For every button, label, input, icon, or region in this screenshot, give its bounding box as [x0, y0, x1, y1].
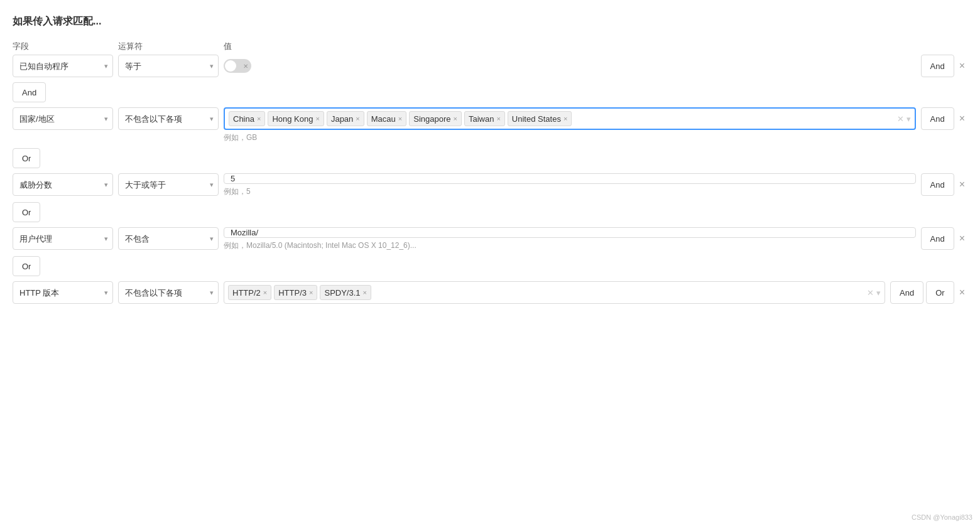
- op-select-wrapper-5: 不包含以下各项 包含以下各项: [118, 281, 219, 304]
- tag-taiwan: Taiwan ×: [464, 111, 505, 126]
- value-col-3: 例如，5: [224, 173, 916, 197]
- remove-button-4[interactable]: ×: [957, 227, 967, 250]
- tag-close-hongkong[interactable]: ×: [315, 115, 319, 122]
- and-button-2[interactable]: And: [921, 107, 954, 130]
- field-select-wrapper-1: 已知自动程序 国家/地区 威胁分数 用户代理 HTTP 版本: [13, 55, 113, 77]
- tag-macau: Macau ×: [367, 111, 406, 126]
- tag-input-icons-2: ✕ ▾: [897, 114, 911, 124]
- label-value: 值: [224, 41, 232, 52]
- op-select-5[interactable]: 不包含以下各项 包含以下各项: [118, 281, 219, 304]
- toggle-x-icon: ✕: [243, 63, 248, 70]
- or-label-2[interactable]: Or: [13, 148, 40, 168]
- controls-1: And ×: [921, 55, 967, 77]
- and-button-1[interactable]: And: [921, 55, 954, 77]
- remove-button-5[interactable]: ×: [957, 281, 967, 304]
- hint-3: 例如，5: [224, 186, 916, 197]
- value-col-1: ✕: [224, 55, 916, 77]
- tag-input-5[interactable]: HTTP/2 × HTTP/3 × SPDY/3.1 × ✕ ▾: [224, 281, 885, 304]
- op-select-1[interactable]: 等于 不等于: [118, 55, 219, 77]
- tag-http3: HTTP/3 ×: [274, 285, 317, 300]
- value-col-2: China × Hong Kong × Japan × Macau × Sing…: [224, 107, 916, 143]
- condition-group-5: HTTP 版本 已知自动程序 国家/地区 威胁分数 用户代理 不包含以下各项 包…: [13, 281, 967, 304]
- field-select-4[interactable]: 用户代理 已知自动程序 国家/地区 威胁分数 HTTP 版本: [13, 227, 113, 250]
- tag-close-spdy[interactable]: ×: [363, 289, 367, 296]
- value-input-4[interactable]: [224, 227, 916, 238]
- hint-2: 例如，GB: [224, 132, 916, 143]
- tag-close-macau[interactable]: ×: [398, 115, 402, 122]
- remove-button-3[interactable]: ×: [957, 173, 967, 196]
- or-connector-4: Or: [13, 256, 967, 276]
- condition-row-2: 国家/地区 已知自动程序 威胁分数 用户代理 HTTP 版本 不包含以下各项 包…: [13, 107, 967, 143]
- and-button-4[interactable]: And: [921, 227, 954, 250]
- tag-close-singapore[interactable]: ×: [454, 115, 457, 122]
- tag-spdy: SPDY/3.1 ×: [320, 285, 371, 300]
- field-select-2[interactable]: 国家/地区 已知自动程序 威胁分数 用户代理 HTTP 版本: [13, 107, 113, 130]
- or-connector-3: Or: [13, 202, 967, 222]
- dropdown-tags-icon-5[interactable]: ▾: [876, 288, 881, 298]
- controls-5: And Or ×: [890, 281, 967, 304]
- tag-close-http3[interactable]: ×: [309, 289, 313, 296]
- condition-row-4: 用户代理 已知自动程序 国家/地区 威胁分数 HTTP 版本 不包含 包含 等于…: [13, 227, 967, 251]
- field-select-1[interactable]: 已知自动程序 国家/地区 威胁分数 用户代理 HTTP 版本: [13, 55, 113, 77]
- clear-tags-icon-5[interactable]: ✕: [867, 288, 874, 298]
- condition-row-1: 已知自动程序 国家/地区 威胁分数 用户代理 HTTP 版本 等于 不等于 ✕ …: [13, 55, 967, 77]
- tag-close-us[interactable]: ×: [564, 115, 567, 122]
- op-select-4[interactable]: 不包含 包含 等于 不等于: [118, 227, 219, 250]
- tag-close-taiwan[interactable]: ×: [496, 115, 500, 122]
- tag-china: China ×: [229, 111, 265, 126]
- tag-input-2[interactable]: China × Hong Kong × Japan × Macau × Sing…: [224, 107, 916, 130]
- label-field: 字段: [13, 41, 113, 52]
- field-select-wrapper-4: 用户代理 已知自动程序 国家/地区 威胁分数 HTTP 版本: [13, 227, 113, 250]
- tag-http2: HTTP/2 ×: [228, 285, 271, 300]
- condition-group-4: 用户代理 已知自动程序 国家/地区 威胁分数 HTTP 版本 不包含 包含 等于…: [13, 227, 967, 251]
- field-select-3[interactable]: 威胁分数 已知自动程序 国家/地区 用户代理 HTTP 版本: [13, 173, 113, 196]
- op-select-wrapper-4: 不包含 包含 等于 不等于: [118, 227, 219, 250]
- toggle-switch-1[interactable]: ✕: [224, 59, 251, 73]
- tag-close-http2[interactable]: ×: [263, 289, 267, 296]
- clear-tags-icon[interactable]: ✕: [897, 114, 904, 124]
- controls-3: And ×: [921, 173, 967, 196]
- tag-close-japan[interactable]: ×: [356, 115, 359, 122]
- tag-singapore: Singapore ×: [409, 111, 462, 126]
- op-select-wrapper-2: 不包含以下各项 包含以下各项 等于 不等于: [118, 107, 219, 130]
- and-button-3[interactable]: And: [921, 173, 954, 196]
- and-button-5[interactable]: And: [890, 281, 923, 304]
- or-label-3[interactable]: Or: [13, 202, 40, 222]
- op-select-wrapper-3: 大于或等于 大于 小于 小于或等于 等于: [118, 173, 219, 196]
- value-input-3[interactable]: [224, 173, 916, 184]
- tag-close-china[interactable]: ×: [257, 115, 261, 122]
- remove-button-2[interactable]: ×: [957, 107, 967, 130]
- remove-button-1[interactable]: ×: [957, 55, 967, 77]
- page-title: 如果传入请求匹配...: [13, 15, 967, 28]
- or-label-4[interactable]: Or: [13, 256, 40, 276]
- column-labels: 字段 运算符 值: [13, 41, 967, 52]
- toggle-circle-1: [225, 60, 236, 72]
- field-select-wrapper-5: HTTP 版本 已知自动程序 国家/地区 威胁分数 用户代理: [13, 281, 113, 304]
- field-select-wrapper-2: 国家/地区 已知自动程序 威胁分数 用户代理 HTTP 版本: [13, 107, 113, 130]
- op-select-2[interactable]: 不包含以下各项 包含以下各项 等于 不等于: [118, 107, 219, 130]
- field-select-wrapper-3: 威胁分数 已知自动程序 国家/地区 用户代理 HTTP 版本: [13, 173, 113, 196]
- value-col-4: 例如，Mozilla/5.0 (Macintosh; Intel Mac OS …: [224, 227, 916, 251]
- and-label-1[interactable]: And: [13, 82, 46, 102]
- label-operator: 运算符: [118, 41, 219, 52]
- condition-group-2: 国家/地区 已知自动程序 威胁分数 用户代理 HTTP 版本 不包含以下各项 包…: [13, 107, 967, 143]
- or-connector-2: Or: [13, 148, 967, 168]
- controls-4: And ×: [921, 227, 967, 250]
- condition-group-1: 已知自动程序 国家/地区 威胁分数 用户代理 HTTP 版本 等于 不等于 ✕ …: [13, 55, 967, 77]
- controls-2: And ×: [921, 107, 967, 130]
- tag-input-icons-5: ✕ ▾: [867, 288, 881, 298]
- condition-group-3: 威胁分数 已知自动程序 国家/地区 用户代理 HTTP 版本 大于或等于 大于 …: [13, 173, 967, 197]
- tag-hongkong: Hong Kong ×: [268, 111, 324, 126]
- and-connector-1: And: [13, 82, 967, 102]
- op-select-3[interactable]: 大于或等于 大于 小于 小于或等于 等于: [118, 173, 219, 196]
- condition-row-5: HTTP 版本 已知自动程序 国家/地区 威胁分数 用户代理 不包含以下各项 包…: [13, 281, 967, 304]
- hint-4: 例如，Mozilla/5.0 (Macintosh; Intel Mac OS …: [224, 240, 916, 251]
- tag-japan: Japan ×: [327, 111, 364, 126]
- or-button-5[interactable]: Or: [926, 281, 954, 304]
- condition-row-3: 威胁分数 已知自动程序 国家/地区 用户代理 HTTP 版本 大于或等于 大于 …: [13, 173, 967, 197]
- dropdown-tags-icon[interactable]: ▾: [906, 114, 911, 124]
- tag-us: United States ×: [508, 111, 572, 126]
- op-select-wrapper-1: 等于 不等于: [118, 55, 219, 77]
- value-col-5: HTTP/2 × HTTP/3 × SPDY/3.1 × ✕ ▾: [224, 281, 885, 304]
- field-select-5[interactable]: HTTP 版本 已知自动程序 国家/地区 威胁分数 用户代理: [13, 281, 113, 304]
